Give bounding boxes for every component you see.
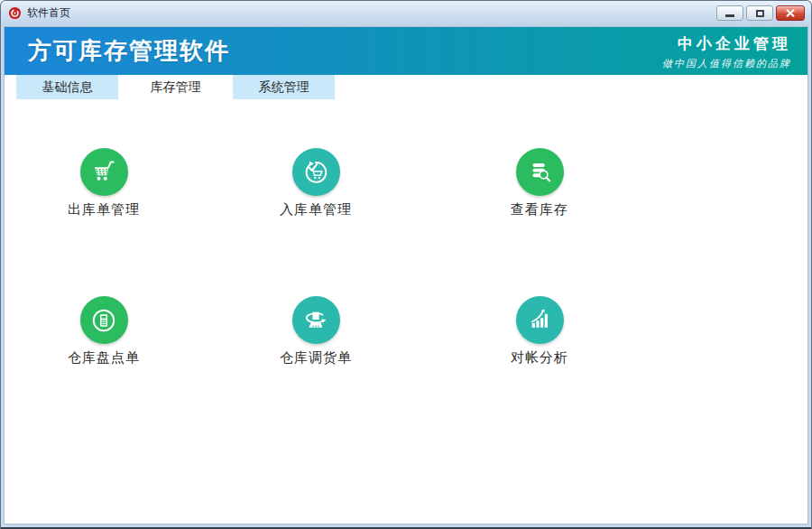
module-label: 入库单管理 [280, 201, 352, 218]
module-view-stock[interactable]: 查看库存 [472, 148, 607, 218]
cart-out-icon [80, 148, 128, 196]
app-header: 方可库存管理软件 中小企业管理 做中国人值得信赖的品牌 [5, 27, 807, 75]
app-window: 软件首页 方可库存管理软件 中小企业管理 做中国人值得信赖的品牌 基础信息 库存… [0, 0, 812, 529]
module-reconciliation[interactable]: 对帐分析 [472, 296, 607, 367]
brand-title: 中小企业管理 [662, 33, 791, 54]
stock-search-icon [516, 148, 564, 196]
module-transfer-order[interactable]: 仓库调货单 [248, 296, 383, 367]
app-body: 方可库存管理软件 中小企业管理 做中国人值得信赖的品牌 基础信息 库存管理 系统… [4, 26, 808, 524]
transfer-box-icon [292, 296, 340, 344]
titlebar[interactable]: 软件首页 [1, 1, 811, 25]
minimize-icon [725, 14, 734, 17]
minimize-button[interactable] [716, 5, 743, 21]
tab-system[interactable]: 系统管理 [233, 75, 335, 99]
module-label: 出库单管理 [68, 201, 140, 218]
app-logo-icon [8, 6, 22, 20]
close-icon [786, 9, 795, 17]
app-title: 方可库存管理软件 [28, 35, 230, 67]
window-title: 软件首页 [27, 5, 714, 21]
tabstrip: 基础信息 库存管理 系统管理 [5, 75, 807, 99]
brand-slogan: 做中国人值得信赖的品牌 [662, 57, 791, 70]
module-label: 查看库存 [511, 201, 568, 218]
module-label: 对帐分析 [511, 349, 568, 367]
module-stocktake[interactable]: 仓库盘点单 [36, 296, 171, 367]
module-label: 仓库盘点单 [68, 349, 140, 367]
tab-inventory[interactable]: 库存管理 [125, 75, 226, 99]
close-button[interactable] [776, 5, 805, 21]
maximize-icon [756, 10, 764, 17]
chart-icon [516, 296, 564, 344]
cart-check-icon [292, 148, 340, 196]
brand-block: 中小企业管理 做中国人值得信赖的品牌 [662, 33, 791, 70]
tab-basic-info[interactable]: 基础信息 [16, 75, 118, 99]
calculator-icon [80, 296, 128, 344]
module-label: 仓库调货单 [280, 349, 352, 367]
module-grid: 出库单管理 入库单管理 [5, 99, 807, 524]
module-outbound-order[interactable]: 出库单管理 [36, 148, 171, 218]
module-inbound-order[interactable]: 入库单管理 [248, 148, 383, 218]
maximize-button[interactable] [746, 5, 773, 21]
